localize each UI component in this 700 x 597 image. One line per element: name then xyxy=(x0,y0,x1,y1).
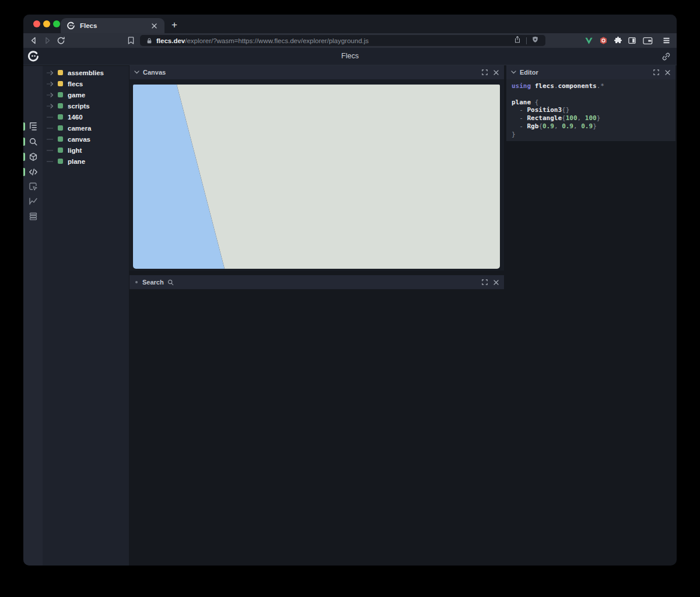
canvas-panel-header[interactable]: Canvas xyxy=(130,65,504,79)
close-icon[interactable] xyxy=(493,279,499,286)
browser-tab[interactable]: Flecs xyxy=(61,18,164,33)
entity-label: canvas xyxy=(68,136,90,143)
entity-label: 1460 xyxy=(68,114,83,121)
entity-color-square xyxy=(58,159,63,164)
tab-title: Flecs xyxy=(80,22,149,29)
icon-sidebar xyxy=(23,66,43,566)
inspector-icon[interactable] xyxy=(29,182,38,191)
url-separator xyxy=(526,37,527,44)
reload-icon[interactable] xyxy=(56,36,66,45)
browser-toolbar: flecs.dev/explorer/?wasm=https://www.fle… xyxy=(23,33,677,48)
tree-item[interactable]: canvas xyxy=(43,134,129,145)
url-path: /explorer/?wasm=https://www.flecs.dev/ex… xyxy=(185,37,369,44)
url-bar[interactable]: flecs.dev/explorer/?wasm=https://www.fle… xyxy=(140,35,545,46)
logs-icon[interactable] xyxy=(29,212,38,221)
tree-rows: assemblies flecs game xyxy=(43,67,129,167)
page-title: Flecs xyxy=(23,52,677,60)
tab-close-icon[interactable] xyxy=(149,21,159,30)
vue-devtools-icon[interactable] xyxy=(584,36,594,45)
entity-label: flecs xyxy=(68,80,83,87)
fullscreen-icon[interactable] xyxy=(481,279,488,286)
entity-color-square xyxy=(58,103,63,108)
query-search-icon[interactable] xyxy=(29,137,38,146)
entity-color-square xyxy=(58,136,63,142)
active-indicator xyxy=(23,168,25,176)
share-icon[interactable] xyxy=(513,36,522,46)
entity-color-square xyxy=(58,114,63,120)
tree-item[interactable]: 1460 xyxy=(43,111,129,122)
search-panel-title: Search xyxy=(142,279,164,286)
entities-cube-icon[interactable] xyxy=(29,152,38,161)
adblock-icon[interactable] xyxy=(598,36,608,45)
chevron-down-icon xyxy=(511,71,516,74)
wallet-icon[interactable] xyxy=(643,36,653,45)
active-indicator xyxy=(23,122,25,131)
code-icon[interactable] xyxy=(29,167,38,177)
collapsed-indicator-icon xyxy=(135,281,138,283)
bookmark-icon[interactable] xyxy=(126,36,136,45)
browser-window: Flecs + flecs.dev/explorer/?wasm=https:/… xyxy=(23,15,677,566)
editor-panel-header[interactable]: Editor xyxy=(506,65,676,79)
code-editor[interactable]: using flecs.components.* plane { - Posit… xyxy=(506,79,676,141)
back-icon[interactable] xyxy=(29,36,38,45)
tree-item[interactable]: plane xyxy=(43,156,129,167)
entity-label: game xyxy=(68,92,85,99)
tree-item[interactable]: flecs xyxy=(43,78,129,89)
lock-icon xyxy=(146,37,152,44)
entity-label: camera xyxy=(68,125,91,132)
plane-region xyxy=(177,85,500,269)
expand-arrow-icon xyxy=(47,71,53,74)
tree-item[interactable]: game xyxy=(43,89,129,100)
window-zoom-button[interactable] xyxy=(53,20,60,27)
chevron-down-icon xyxy=(134,71,139,74)
url-domain: flecs.dev xyxy=(156,37,185,44)
tab-bar: Flecs + xyxy=(23,15,677,33)
canvas-3d-viewport[interactable] xyxy=(133,85,500,269)
tree-item[interactable]: camera xyxy=(43,122,129,134)
fullscreen-icon[interactable] xyxy=(481,69,488,76)
window-close-button[interactable] xyxy=(33,20,40,27)
entity-label: assemblies xyxy=(68,69,104,76)
active-indicator xyxy=(23,138,25,146)
search-panel-header[interactable]: Search xyxy=(130,275,504,289)
app-header: Flecs xyxy=(23,48,677,65)
extensions-puzzle-icon[interactable] xyxy=(613,36,623,45)
expand-arrow-icon xyxy=(47,82,53,85)
entity-color-square xyxy=(58,70,63,75)
close-icon[interactable] xyxy=(493,69,499,76)
entity-label: scripts xyxy=(68,103,90,110)
new-tab-button[interactable]: + xyxy=(169,20,180,30)
entity-color-square xyxy=(58,81,63,86)
window-minimize-button[interactable] xyxy=(43,20,50,27)
forward-icon[interactable] xyxy=(43,36,52,45)
tree-item[interactable]: assemblies xyxy=(43,67,129,78)
shield-icon[interactable] xyxy=(531,36,539,46)
entity-color-square xyxy=(58,92,63,97)
statistics-icon[interactable] xyxy=(29,196,38,206)
link-icon[interactable] xyxy=(662,52,671,61)
entity-color-square xyxy=(58,125,63,131)
tree-item[interactable]: light xyxy=(43,145,129,156)
expand-arrow-icon xyxy=(47,93,53,96)
entity-label: plane xyxy=(68,158,85,165)
menu-icon[interactable] xyxy=(662,36,671,45)
entity-label: light xyxy=(68,147,82,154)
canvas-panel-title: Canvas xyxy=(143,69,166,76)
tree-item[interactable]: scripts xyxy=(43,100,129,111)
editor-panel-title: Editor xyxy=(520,69,538,76)
entity-color-square xyxy=(58,148,63,153)
search-icon xyxy=(167,279,174,286)
expand-arrow-icon xyxy=(47,104,53,107)
entity-tree-icon[interactable] xyxy=(29,122,38,131)
close-icon[interactable] xyxy=(664,69,671,76)
screen: Flecs + flecs.dev/explorer/?wasm=https:/… xyxy=(0,0,700,597)
fullscreen-icon[interactable] xyxy=(653,69,659,76)
active-indicator xyxy=(23,153,25,161)
flecs-favicon-icon xyxy=(66,22,75,30)
entity-tree-panel: assemblies flecs game xyxy=(43,66,129,566)
sidebar-toggle-icon[interactable] xyxy=(627,36,637,45)
